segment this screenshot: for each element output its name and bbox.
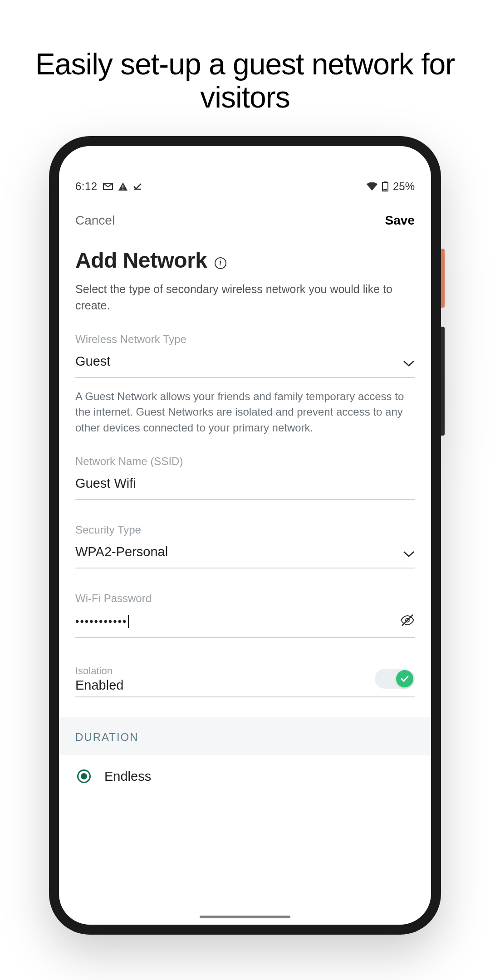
isolation-label: Isolation [75, 665, 123, 677]
toggle-knob [396, 670, 413, 687]
text-cursor [128, 615, 129, 628]
save-button[interactable]: Save [385, 213, 415, 228]
svg-rect-1 [122, 189, 123, 190]
check-icon [133, 183, 142, 190]
network-type-helper: A Guest Network allows your friends and … [75, 389, 415, 436]
power-button [441, 249, 445, 308]
eye-off-icon[interactable] [400, 614, 415, 630]
home-indicator [200, 916, 290, 918]
status-time: 6:12 [75, 180, 98, 193]
password-masked-value: ••••••••••• [75, 615, 127, 627]
security-type-value: WPA2-Personal [75, 544, 168, 559]
duration-section-header: DURATION [75, 731, 415, 744]
page-title: Add Network [75, 248, 207, 273]
info-icon[interactable]: i [215, 257, 226, 269]
ssid-input[interactable]: Guest Wifi [75, 474, 415, 500]
marketing-headline: Easily set-up a guest network for visito… [0, 48, 490, 113]
network-type-label: Wireless Network Type [75, 333, 415, 346]
chevron-down-icon [403, 545, 415, 560]
isolation-toggle[interactable] [375, 669, 415, 689]
chevron-down-icon [403, 355, 415, 370]
security-type-label: Security Type [75, 524, 415, 536]
battery-icon [382, 181, 388, 191]
warning-icon [118, 182, 127, 191]
device-frame: 6:12 [49, 136, 441, 935]
security-type-select[interactable]: WPA2-Personal [75, 543, 415, 568]
isolation-value: Enabled [75, 678, 123, 693]
network-type-select[interactable]: Guest [75, 352, 415, 378]
page-subtitle: Select the type of secondary wireless ne… [75, 281, 415, 314]
cancel-button[interactable]: Cancel [75, 213, 115, 228]
volume-button [441, 327, 445, 436]
ssid-value: Guest Wifi [75, 476, 136, 491]
svg-line-6 [402, 615, 413, 626]
status-bar: 6:12 [59, 175, 431, 198]
radio-selected-icon [77, 769, 91, 783]
network-type-value: Guest [75, 354, 110, 369]
duration-section-header-wrap: DURATION [59, 717, 431, 755]
svg-rect-4 [383, 189, 387, 191]
wifi-icon [367, 182, 377, 191]
battery-percent: 25% [393, 180, 415, 193]
modal-topbar: Cancel Save [75, 211, 415, 238]
gmail-icon [103, 183, 113, 190]
svg-rect-0 [122, 185, 123, 188]
password-label: Wi-Fi Password [75, 592, 415, 605]
ssid-label: Network Name (SSID) [75, 455, 415, 468]
password-input[interactable]: ••••••••••• [75, 611, 415, 638]
duration-option-label: Endless [104, 769, 151, 784]
duration-option-endless[interactable]: Endless [75, 755, 415, 784]
